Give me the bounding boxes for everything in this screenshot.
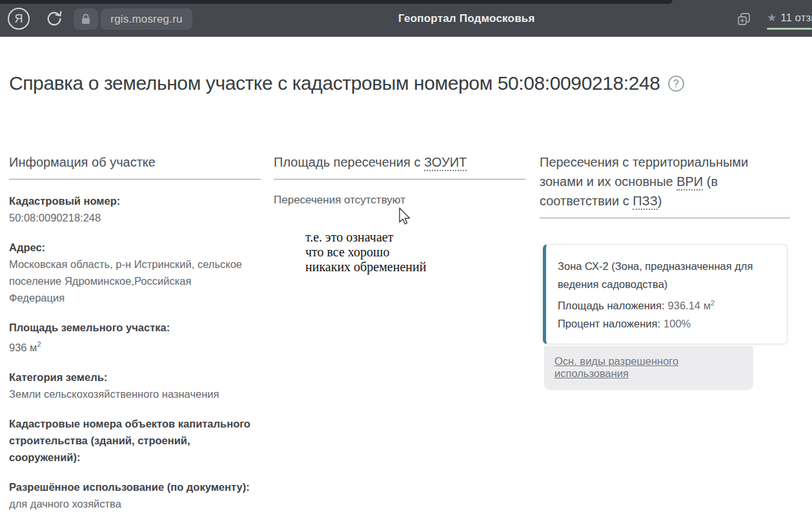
field-value: Московская область, р-н Истринский, сель… xyxy=(9,256,249,306)
zones-column-header: Пересечения с территориальными зонами и … xyxy=(540,152,773,211)
reviews-link[interactable]: ★11 отзыв xyxy=(767,11,812,25)
browser-page-title: Геопортал Подмосковья xyxy=(398,12,535,25)
field-capital-objects: Кадастровые номера объектов капитального… xyxy=(9,415,261,466)
reload-icon[interactable] xyxy=(45,9,64,28)
field-label: Категория земель: xyxy=(9,369,254,386)
page-title: Справка о земельном участке с кадастровы… xyxy=(9,72,751,94)
zouit-column: Площадь пересечения с ЗОУИТ Пересечения … xyxy=(274,152,525,207)
reviews-underline xyxy=(767,28,812,30)
annotation-line: что все хорошо xyxy=(305,245,426,260)
info-column-header: Информация об участке xyxy=(9,152,261,172)
star-icon: ★ xyxy=(767,12,776,24)
vri-term-link[interactable]: ВРИ xyxy=(676,174,703,191)
zone-percent-value: 100% xyxy=(664,318,691,329)
field-land-area: Площадь земельного участка: 936 м2 xyxy=(9,319,261,356)
tab-strip xyxy=(0,0,673,4)
area-superscript: 2 xyxy=(37,340,41,348)
url-field[interactable]: rgis.mosreg.ru xyxy=(101,8,192,30)
field-value: Земли сельскохозяйственного назначения xyxy=(9,386,249,402)
field-value: 50:08:0090218:248 xyxy=(9,209,249,226)
pzz-term-link[interactable]: ПЗЗ xyxy=(633,194,658,210)
zouit-status: Пересечения отсутствуют xyxy=(274,194,525,207)
reviews-count: 11 отзыв xyxy=(780,12,812,24)
mouse-cursor-icon xyxy=(398,207,412,226)
browser-window: Я rgis.mosreg.ru Геопортал Подмосковья ★… xyxy=(0,0,812,516)
zouit-column-header: Площадь пересечения с ЗОУИТ xyxy=(274,152,525,172)
annotation-note: т.е. это означает что все хорошо никаких… xyxy=(305,230,426,274)
info-column: Информация об участке Кадастровый номер:… xyxy=(9,152,261,512)
zones-column: Пересечения с территориальными зонами и … xyxy=(540,152,790,390)
page-title-text: Справка о земельном участке с кадастровы… xyxy=(9,72,660,94)
zones-header-text: ) xyxy=(658,194,662,208)
field-value: для дачного хозяйства xyxy=(9,495,249,512)
duplicate-tab-icon[interactable] xyxy=(736,12,752,27)
area-value: 936 м xyxy=(9,342,37,353)
zone-card-footer: Осн. виды разрешенного использования xyxy=(544,346,753,390)
zone-area-value: 936.14 м2 xyxy=(668,300,715,311)
field-label: Площадь земельного участка: xyxy=(9,319,254,336)
annotation-line: т.е. это означает xyxy=(305,230,426,245)
field-land-category: Категория земель: Земли сельскохозяйстве… xyxy=(9,369,261,402)
field-label: Кадастровые номера объектов капитального… xyxy=(9,415,254,466)
lock-icon[interactable] xyxy=(74,8,98,30)
help-icon[interactable]: ? xyxy=(668,76,684,92)
field-label: Адрес: xyxy=(9,239,254,256)
zone-card: Зона СХ-2 (Зона, предназначенная для вед… xyxy=(543,244,787,344)
field-value: 936 м2 xyxy=(9,336,249,356)
divider xyxy=(274,179,525,180)
annotation-line: никаких обременений xyxy=(305,260,426,274)
divider xyxy=(540,218,790,218)
zouit-header-text: Площадь пересечения с xyxy=(274,155,424,169)
zone-area-line: Площадь наложения:936.14 м2 xyxy=(558,293,775,315)
zone-percent-label: Процент наложения: xyxy=(558,318,660,329)
permitted-uses-link[interactable]: Осн. виды разрешенного использования xyxy=(554,355,678,379)
browser-toolbar: Я rgis.mosreg.ru Геопортал Подмосковья ★… xyxy=(0,0,812,37)
divider xyxy=(9,179,261,180)
zone-percent-line: Процент наложения:100% xyxy=(558,315,775,333)
zone-title: Зона СХ-2 (Зона, предназначенная для вед… xyxy=(558,257,775,293)
field-permitted-use: Разрешённое использование (по документу)… xyxy=(9,479,261,512)
zone-area-superscript: 2 xyxy=(711,298,715,306)
field-label: Кадастровый номер: xyxy=(9,192,254,209)
zouit-term-link[interactable]: ЗОУИТ xyxy=(424,155,467,171)
yandex-logo-icon[interactable]: Я xyxy=(8,8,30,30)
field-cadastral-number: Кадастровый номер: 50:08:0090218:248 xyxy=(9,192,261,226)
field-address: Адрес: Московская область, р-н Истрински… xyxy=(9,239,261,306)
field-label: Разрешённое использование (по документу)… xyxy=(9,479,254,495)
zone-area-label: Площадь наложения: xyxy=(558,300,665,311)
